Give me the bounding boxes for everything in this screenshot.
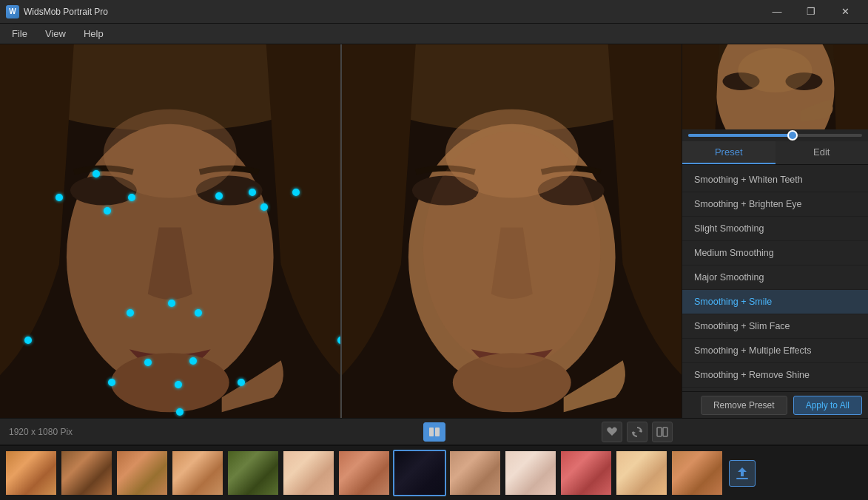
filmstrip-thumb-10[interactable] [504,450,557,496]
heart-icon [606,426,618,438]
tracking-dot [195,309,202,317]
tracking-dot [175,381,182,388]
tracking-dot [215,192,223,200]
tracking-dot [104,207,111,214]
filmstrip-thumb-11[interactable] [559,450,613,496]
info-bar: 1920 x 1080 Pix [0,418,868,445]
before-image [0,44,340,418]
remove-preset-button[interactable]: Remove Preset [701,396,787,415]
preset-item-medium-smoothing[interactable]: Medium Smoothing [682,241,868,266]
compare-icon [656,426,668,438]
tab-bar: Preset Edit [682,141,868,165]
after-panel [340,44,682,418]
right-panel: Preset Edit Smoothing + Whiten Teeth Smo… [682,44,868,418]
after-image [342,44,682,418]
tracking-dot [127,309,134,317]
svg-point-16 [423,132,600,368]
filmstrip-thumb-9[interactable] [448,450,502,496]
svg-rect-29 [736,478,748,479]
filmstrip-thumb-7[interactable] [337,450,391,496]
menu-file[interactable]: File [3,25,36,42]
filmstrip [0,445,868,500]
tracking-dot [55,194,63,201]
svg-rect-28 [663,428,667,436]
resolution-text: 1920 x 1080 Pix [9,427,73,437]
svg-rect-24 [435,428,440,436]
rotate-icon [631,426,643,438]
app-icon: W [6,5,19,18]
tracking-dot [144,359,152,366]
close-button[interactable]: ✕ [828,0,862,24]
preset-list: Smoothing + Whiten Teeth Smoothing + Bri… [682,165,868,391]
tracking-dot [249,189,256,196]
preset-item-smile[interactable]: Smoothing + Smile [682,290,868,314]
filmstrip-thumb-2[interactable] [60,450,113,496]
tracking-dot [292,189,300,196]
filmstrip-thumb-1[interactable] [4,450,58,496]
view-mode-controls [423,422,445,442]
filmstrip-thumb-6[interactable] [282,450,335,496]
maximize-button[interactable]: ❐ [794,0,828,24]
preset-item-brighten-eye[interactable]: Smoothing + Brighten Eye [682,192,868,217]
svg-rect-27 [657,428,662,436]
menu-bar: File View Help [0,24,868,44]
svg-rect-23 [429,428,434,436]
tracking-dot [176,408,184,416]
tracking-dot [260,203,268,211]
preset-item-remove-shine[interactable]: Smoothing + Remove Shine [682,363,868,388]
title-bar: W WidsMob Portrait Pro — ❐ ✕ [0,0,868,24]
slider-thumb[interactable] [787,130,798,141]
adjustment-slider-track[interactable] [688,134,862,137]
preset-item-multiple-effects[interactable]: Smoothing + Multiple Effects [682,339,868,363]
svg-point-6 [111,353,229,412]
filmstrip-thumb-13[interactable] [670,450,724,496]
filmstrip-thumb-4[interactable] [171,450,224,496]
split-view-icon [428,426,440,438]
menu-view[interactable]: View [36,25,75,42]
filmstrip-thumb-3[interactable] [115,450,169,496]
preset-item-slight-smoothing[interactable]: Slight Smoothing [682,217,868,241]
svg-point-7 [104,109,237,198]
tab-edit[interactable]: Edit [776,141,869,164]
export-button[interactable] [729,460,756,487]
rotate-button[interactable] [627,422,647,442]
app-title: WidsMob Portrait Pro [24,7,760,17]
face-svg-left [0,44,340,418]
tracking-dot [92,170,100,178]
minimize-button[interactable]: — [760,0,794,24]
export-icon [735,466,750,481]
filmstrip-thumb-8[interactable] [393,450,446,496]
tracking-dot [168,300,175,307]
tracking-dot [189,357,197,365]
filmstrip-thumb-12[interactable] [615,450,668,496]
thumbnail-area [682,44,868,129]
filmstrip-thumb-5[interactable] [226,450,280,496]
face-svg-right [342,44,682,418]
tracking-dot [24,337,32,344]
preset-action-bar: Remove Preset Apply to All [682,391,868,418]
before-panel [0,44,340,418]
split-view-button[interactable] [423,422,445,442]
compare-button[interactable] [652,422,673,442]
menu-help[interactable]: Help [75,25,112,42]
thumbnail-svg [682,44,868,129]
apply-to-all-button[interactable]: Apply to All [793,396,862,415]
favorite-button[interactable] [602,422,622,442]
window-controls: — ❐ ✕ [760,0,862,24]
slider-row [682,129,868,141]
slider-fill [688,134,793,137]
tracking-dot [128,194,135,201]
preset-item-whiten-teeth[interactable]: Smoothing + Whiten Teeth [682,168,868,192]
tracking-dot [108,379,115,386]
toolbar-icons [602,422,673,442]
main-container: Preset Edit Smoothing + Whiten Teeth Smo… [0,44,868,418]
tab-preset[interactable]: Preset [682,141,776,164]
svg-point-22 [739,48,813,92]
tracking-dot [238,379,245,386]
preset-item-slim-face[interactable]: Smoothing + Slim Face [682,314,868,339]
preset-item-major-smoothing[interactable]: Major Smoothing [682,266,868,290]
image-area [0,44,682,418]
